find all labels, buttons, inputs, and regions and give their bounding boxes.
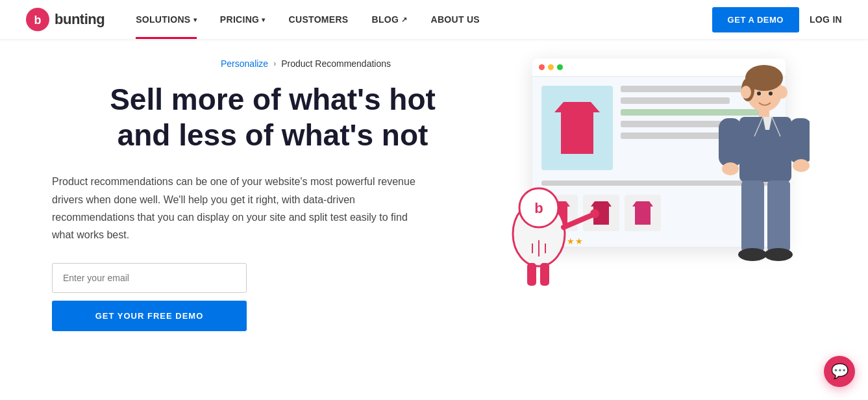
svg-point-29 — [764, 248, 793, 261]
nav-solutions[interactable]: SOLUTIONS ▾ — [124, 0, 208, 39]
nav-right: GET A DEMO LOG IN — [712, 7, 842, 32]
nav-customers[interactable]: CUSTOMERS — [277, 0, 360, 39]
main-content: Personalize › Product Recommendations Se… — [0, 52, 868, 331]
nav-pricing[interactable]: PRICING ▾ — [208, 0, 277, 39]
blog-external-icon: ↗ — [401, 16, 407, 24]
svg-point-31 — [777, 86, 787, 99]
chat-icon: 💬 — [831, 363, 849, 380]
free-demo-button[interactable]: GET YOUR FREE DEMO — [52, 301, 247, 331]
svg-point-28 — [738, 248, 767, 261]
chat-bubble[interactable]: 💬 — [824, 356, 855, 387]
svg-point-10 — [590, 209, 599, 218]
breadcrumb-separator: › — [273, 59, 276, 68]
robot-illustration: b — [500, 143, 604, 292]
right-illustration: ★★★★★ ★★★★★ b — [493, 45, 816, 331]
svg-rect-23 — [789, 118, 810, 164]
svg-point-24 — [722, 162, 739, 175]
rec-tshirt-3-icon — [632, 201, 653, 225]
svg-rect-26 — [741, 181, 764, 252]
svg-point-30 — [741, 86, 751, 99]
browser-dot-yellow — [548, 64, 554, 70]
svg-rect-19 — [759, 109, 769, 118]
svg-rect-22 — [719, 118, 742, 167]
svg-point-33 — [769, 92, 773, 95]
solutions-chevron-icon: ▾ — [193, 16, 197, 23]
brand-name: bunting — [55, 11, 105, 28]
svg-line-9 — [564, 214, 594, 227]
email-form: GET YOUR FREE DEMO — [52, 263, 247, 331]
logo-icon: b — [26, 8, 49, 31]
breadcrumb-current: Product Recommendations — [281, 58, 391, 69]
browser-dot-green — [557, 64, 563, 70]
breadcrumb-personalize-link[interactable]: Personalize — [221, 58, 268, 69]
nav-blog[interactable]: BLOG ↗ — [360, 0, 419, 39]
rec-item-3 — [625, 195, 661, 231]
nav-links: SOLUTIONS ▾ PRICING ▾ CUSTOMERS BLOG ↗ A… — [124, 0, 712, 39]
login-button[interactable]: LOG IN — [810, 14, 842, 25]
navbar: b bunting SOLUTIONS ▾ PRICING ▾ CUSTOMER… — [0, 0, 868, 39]
svg-rect-27 — [767, 181, 790, 252]
svg-text:b: b — [534, 200, 543, 216]
svg-point-25 — [793, 159, 810, 172]
nav-about[interactable]: ABOUT US — [419, 0, 491, 39]
hero-title: Sell more of what's hot and less of what… — [52, 82, 493, 153]
logo-link[interactable]: b bunting — [26, 8, 105, 31]
pricing-chevron-icon: ▾ — [262, 16, 265, 23]
svg-point-32 — [757, 92, 761, 95]
get-demo-button[interactable]: GET A DEMO — [712, 7, 799, 32]
svg-marker-5 — [632, 201, 653, 225]
hero-description: Product recommendations can be one of yo… — [52, 173, 415, 244]
svg-rect-11 — [527, 263, 536, 286]
svg-text:b: b — [34, 14, 42, 27]
email-input[interactable] — [52, 263, 247, 293]
breadcrumb: Personalize › Product Recommendations — [52, 58, 493, 69]
left-content: Personalize › Product Recommendations Se… — [52, 52, 493, 331]
browser-dot-red — [539, 64, 545, 70]
svg-rect-12 — [540, 263, 549, 286]
person-illustration — [706, 58, 810, 305]
